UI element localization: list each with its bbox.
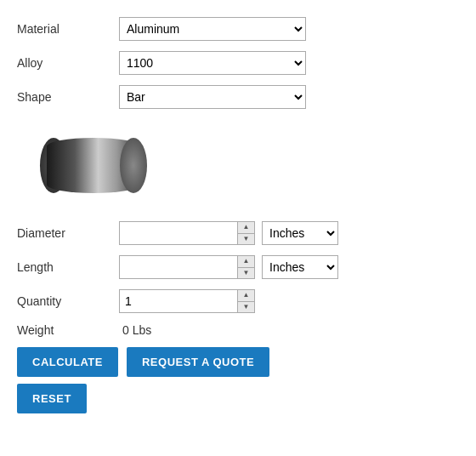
shape-row: Shape Bar Tube Sheet Plate Rod [17,85,459,109]
length-unit-select[interactable]: Inches Feet Millimeters Centimeters Mete… [262,255,338,279]
cylinder-icon [47,138,140,193]
length-row: Length ▲ ▼ Inches Feet Millimeters Centi… [17,255,459,279]
length-spinner: ▲ ▼ [237,256,254,278]
length-input[interactable] [119,255,255,279]
length-label: Length [17,260,119,274]
alloy-label: Alloy [17,56,119,70]
reset-row: RESET [17,384,459,413]
quantity-up-btn[interactable]: ▲ [237,290,254,302]
material-label: Material [17,22,119,36]
diameter-up-btn[interactable]: ▲ [237,222,254,234]
quantity-input[interactable] [119,289,255,313]
reset-button[interactable]: RESET [17,384,87,413]
quote-button[interactable]: REQUEST A QUOTE [127,347,269,377]
shape-select[interactable]: Bar Tube Sheet Plate Rod [119,85,306,109]
alloy-row: Alloy 1100 2024 3003 5052 6061 7075 [17,51,459,75]
quantity-input-wrapper: ▲ ▼ [119,289,255,313]
weight-row: Weight 0 Lbs [17,323,459,337]
weight-label: Weight [17,323,119,337]
diameter-down-btn[interactable]: ▼ [237,234,254,245]
alloy-select[interactable]: 1100 2024 3003 5052 6061 7075 [119,51,306,75]
length-up-btn[interactable]: ▲ [237,256,254,268]
diameter-spinner: ▲ ▼ [237,222,254,244]
shape-image [26,123,162,208]
diameter-input-wrapper: ▲ ▼ [119,221,255,245]
buttons-row: CALCULATE REQUEST A QUOTE [17,347,459,377]
quantity-row: Quantity ▲ ▼ [17,289,459,313]
shape-label: Shape [17,90,119,104]
quantity-label: Quantity [17,294,119,308]
cylinder-right-cap [120,138,147,193]
diameter-unit-select[interactable]: Inches Feet Millimeters Centimeters Mete… [262,221,338,245]
diameter-label: Diameter [17,226,119,240]
material-row: Material Aluminum Steel Brass Copper Tit… [17,17,459,41]
material-select[interactable]: Aluminum Steel Brass Copper Titanium [119,17,306,41]
length-input-wrapper: ▲ ▼ [119,255,255,279]
quantity-spinner: ▲ ▼ [237,290,254,312]
weight-value: 0 Lbs [122,323,151,337]
calculate-button[interactable]: CALCULATE [17,347,118,377]
diameter-input[interactable] [119,221,255,245]
length-down-btn[interactable]: ▼ [237,268,254,279]
diameter-row: Diameter ▲ ▼ Inches Feet Millimeters Cen… [17,221,459,245]
quantity-down-btn[interactable]: ▼ [237,302,254,313]
